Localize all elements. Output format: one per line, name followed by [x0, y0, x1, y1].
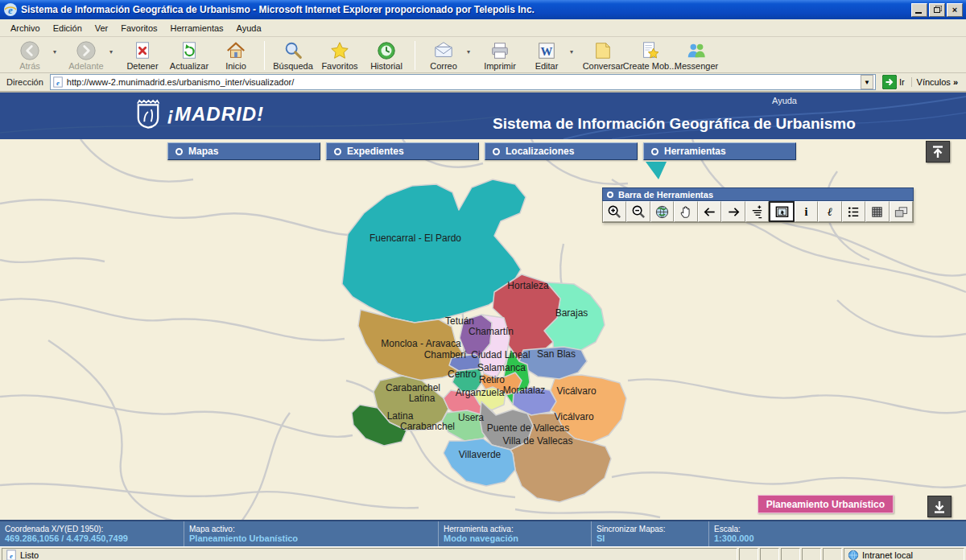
search-icon [283, 40, 303, 61]
dropdown-arrow-icon[interactable]: ▾ [53, 39, 63, 56]
menu-ayuda[interactable]: Ayuda [231, 21, 267, 35]
createmob-button[interactable]: Create Mob... [626, 39, 673, 71]
intranet-globe-icon [848, 550, 859, 560]
next-view-icon [726, 204, 741, 220]
info-label: Coordenada X/Y(ED 1950): [5, 525, 179, 533]
editar-button[interactable]: WEditar [523, 39, 570, 71]
bsqueda-button[interactable]: Búsqueda [270, 39, 316, 71]
mail-icon [433, 40, 454, 61]
planeamiento-urbanistico-button[interactable]: Planeamiento Urbanístico [758, 495, 894, 513]
historial-button[interactable]: Historial [363, 39, 410, 71]
internet-explorer-icon: e [3, 2, 18, 17]
overlap-windows-tool[interactable] [890, 201, 913, 222]
overlap-windows-icon [894, 204, 909, 220]
title-bar: e Sistema de Información Geográfica de U… [0, 0, 966, 19]
district-label: Villa de Vallecas [503, 435, 573, 447]
menu-ver[interactable]: Ver [89, 21, 114, 35]
address-field[interactable]: e http://www-2.munimadrid.es/urbanismo_i… [50, 74, 876, 90]
correo-button[interactable]: Correo [420, 39, 467, 71]
menu-favoritos[interactable]: Favoritos [115, 21, 163, 35]
district-label: Fuencarral - El Pardo [369, 233, 461, 244]
word-icon: W [536, 40, 557, 61]
toolbar-separator [264, 41, 265, 70]
dropdown-arrow-icon[interactable]: ▾ [109, 39, 119, 56]
messenger-button[interactable]: Messenger [673, 39, 720, 71]
previous-view-tool[interactable] [698, 201, 721, 222]
toolbar-button-label: Historial [370, 61, 402, 71]
conversar-button[interactable]: Conversar [580, 39, 626, 71]
world-tool[interactable] [650, 201, 674, 222]
toolbar-button-label: Actualizar [170, 61, 208, 71]
info-value: Modo navegación [444, 533, 586, 543]
zoom-in-tool[interactable] [603, 201, 626, 222]
menu-archivo[interactable]: Archivo [5, 21, 46, 35]
address-dropdown-button[interactable]: ▼ [861, 75, 873, 89]
dropdown-arrow-icon[interactable]: ▾ [570, 39, 580, 56]
tab-expedientes[interactable]: Expedientes [326, 142, 479, 160]
star-icon [329, 40, 350, 61]
favoritos-button[interactable]: Favoritos [316, 39, 363, 71]
info-value: 1:300.000 [714, 533, 961, 543]
go-button[interactable]: Ir [879, 75, 908, 89]
detener-button[interactable]: Detener [119, 39, 166, 71]
bullet-circle-icon [651, 148, 658, 155]
adelante-button[interactable]: Adelante [63, 39, 109, 71]
tab-mapas[interactable]: Mapas [167, 142, 320, 160]
map-toolbar-titlebar[interactable]: Barra de Herramientas [602, 187, 914, 201]
status-spacer-cell [781, 548, 800, 560]
close-button[interactable]: × [947, 3, 963, 17]
toolbar-button-label: Messenger [675, 61, 718, 71]
measure-tool[interactable]: ℓ [818, 201, 841, 222]
district-label: Salamanca [477, 362, 526, 373]
toolbar-button-label: Imprimir [484, 61, 516, 71]
menu-herramientas[interactable]: Herramientas [165, 21, 229, 35]
district-label: Villaverde [459, 449, 502, 460]
next-view-tool[interactable] [721, 201, 745, 222]
grid-tool[interactable] [865, 201, 889, 222]
messenger-icon [686, 40, 707, 61]
tab-label: Expedientes [347, 146, 404, 157]
legend-tool[interactable] [842, 201, 865, 222]
zoom-scale-tool[interactable] [745, 201, 769, 222]
toolbar-separator [415, 41, 415, 70]
toolbar-button-label: Detener [126, 61, 158, 71]
previous-view-icon [702, 204, 717, 220]
zoom-in-icon [607, 204, 622, 220]
page-title: Sistema de Información Geográfica de Urb… [493, 115, 856, 133]
scroll-bottom-button[interactable] [927, 496, 952, 517]
district-label: Chamartín [469, 326, 514, 337]
madrid-logo[interactable]: ¡MADRID! [135, 98, 264, 130]
info-tool[interactable]: i [795, 201, 818, 222]
status-spacer-cell [823, 548, 842, 560]
imprimir-button[interactable]: Imprimir [477, 39, 523, 71]
url-text: http://www-2.munimadrid.es/urbanismo_int… [67, 77, 857, 87]
bullet-circle-icon [607, 191, 613, 198]
pan-hand-tool[interactable] [674, 201, 697, 222]
tab-localizaciones[interactable]: Localizaciones [485, 142, 638, 160]
menu-edicin[interactable]: Edición [47, 21, 88, 35]
help-link[interactable]: Ayuda [772, 96, 797, 105]
security-zone-cell: Intranet local [844, 548, 964, 560]
map-viewport[interactable]: Fuencarral - El PardoHortalezaBarajasTet… [0, 139, 966, 520]
info-label: Sincronizar Mapas: [597, 525, 704, 533]
atrs-button[interactable]: Atrás [6, 39, 53, 71]
svg-text:e: e [10, 551, 13, 559]
minimize-button[interactable] [911, 3, 927, 17]
status-spacer-cell [739, 548, 758, 560]
map-toolbar-buttons: iℓ [602, 201, 914, 223]
zoom-out-tool[interactable] [626, 201, 650, 222]
inicio-button[interactable]: Inicio [213, 39, 259, 71]
select-view-tool[interactable] [769, 201, 794, 222]
links-menu[interactable]: Vínculos » [911, 77, 963, 87]
restore-button[interactable] [929, 3, 945, 17]
actualizar-button[interactable]: Actualizar [166, 39, 213, 71]
world-icon [654, 204, 670, 220]
info-section-mapa-activo: Mapa activo:Planeamiento Urbanístico [184, 521, 438, 546]
dropdown-arrow-icon[interactable]: ▾ [467, 39, 477, 56]
toolbar-button-label: Adelante [68, 61, 103, 71]
status-bar: e Listo Intranet local [0, 546, 966, 560]
info-section-escala: Escala:1:300.000 [708, 521, 966, 546]
scroll-top-button[interactable] [926, 141, 950, 163]
tab-herramientas[interactable]: Herramientas [643, 142, 796, 160]
district-label: Vicálvaro [556, 385, 596, 397]
